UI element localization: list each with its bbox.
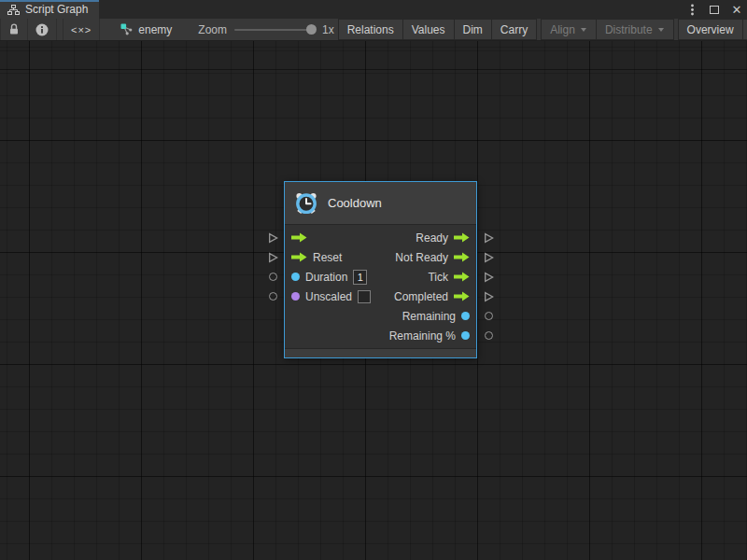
alarm-clock-icon xyxy=(294,191,318,216)
value-port-dot-icon[interactable] xyxy=(461,331,470,340)
left-outer-flow-port[interactable] xyxy=(267,251,278,263)
tab-script-graph[interactable]: Script Graph xyxy=(0,0,99,19)
values-button[interactable]: Values xyxy=(403,19,455,40)
breadcrumb[interactable]: enemy xyxy=(120,19,172,40)
flow-port-arrow-icon[interactable] xyxy=(454,252,470,262)
cooldown-node-wrap: Cooldown ReadyResetNot ReadyDurationTick… xyxy=(284,181,477,358)
dim-button[interactable]: Dim xyxy=(455,19,492,40)
flow-port-arrow-icon[interactable] xyxy=(291,252,307,262)
code-icon: <×> xyxy=(71,24,92,35)
toolbar-button-label: Overview xyxy=(687,23,734,36)
graph-toolbar: <×> enemy Zoom 1x RelationsValuesDimCarr… xyxy=(0,19,747,41)
window-controls: ✕ xyxy=(685,0,743,19)
port-label: Remaining % xyxy=(389,329,456,343)
code-preview-button[interactable]: <×> xyxy=(63,19,100,40)
info-button[interactable] xyxy=(28,19,57,40)
port-label: Unscaled xyxy=(305,290,352,303)
port-label: Duration xyxy=(305,271,347,284)
port-label: Tick xyxy=(428,271,448,284)
node-body: ReadyResetNot ReadyDurationTickUnscaledC… xyxy=(285,225,476,348)
zoom-slider-knob[interactable] xyxy=(306,24,317,35)
flow-port-arrow-icon[interactable] xyxy=(454,272,470,282)
port-label: Not Ready xyxy=(395,251,448,264)
value-port-dot-icon[interactable] xyxy=(461,312,470,320)
graph-hierarchy-icon xyxy=(7,5,20,15)
distribute-button: Distribute xyxy=(597,19,674,40)
node-port-row: Remaining xyxy=(291,306,470,326)
full-screen-button[interactable]: Full Screen xyxy=(743,19,747,40)
left-outer-flow-port[interactable] xyxy=(267,231,278,244)
chevron-down-icon xyxy=(580,27,587,33)
toolbar-toggle-buttons: RelationsValuesDimCarryAlignDistributeOv… xyxy=(334,19,747,40)
value-port-dot-icon[interactable] xyxy=(291,273,300,281)
toolbar-button-label: Values xyxy=(412,23,445,36)
chevron-down-icon xyxy=(657,27,665,33)
lock-button[interactable] xyxy=(0,19,28,40)
node-port-row: ResetNot Ready xyxy=(291,247,470,267)
maximize-icon[interactable] xyxy=(708,3,721,16)
zoom-label: Zoom xyxy=(198,23,227,36)
lock-icon xyxy=(8,23,20,35)
zoom-control: Zoom 1x xyxy=(198,19,333,40)
tab-bar: Script Graph ✕ xyxy=(0,0,747,19)
port-label: Ready xyxy=(416,231,448,245)
right-outer-flow-port[interactable] xyxy=(483,290,494,302)
relations-button[interactable]: Relations xyxy=(338,19,403,40)
node-port-row: DurationTick xyxy=(291,267,470,287)
close-icon[interactable]: ✕ xyxy=(730,3,743,16)
align-button: Align xyxy=(541,19,597,40)
info-icon xyxy=(35,23,49,36)
node-footer xyxy=(285,348,476,357)
toolbar-button-label: Relations xyxy=(347,23,394,36)
value-port-dot-icon[interactable] xyxy=(291,292,300,301)
flow-port-arrow-icon[interactable] xyxy=(291,232,307,243)
flow-port-arrow-icon[interactable] xyxy=(454,232,470,243)
breadcrumb-label: enemy xyxy=(138,23,172,36)
toolbar-button-label: Align xyxy=(550,23,575,36)
right-outer-value-port[interactable] xyxy=(483,329,494,342)
left-outer-value-port[interactable] xyxy=(267,271,278,283)
node-port-row: UnscaledCompleted xyxy=(291,287,470,306)
node-header[interactable]: Cooldown xyxy=(285,182,476,225)
port-label: Completed xyxy=(394,290,448,303)
toolbar-button-group: AlignDistribute xyxy=(541,19,673,40)
zoom-slider[interactable] xyxy=(234,29,315,31)
node-port-row: Remaining % xyxy=(291,326,470,345)
toolbar-button-label: Dim xyxy=(463,23,483,36)
right-outer-flow-port[interactable] xyxy=(483,271,494,283)
flow-port-arrow-icon[interactable] xyxy=(454,291,470,301)
duration-value-input[interactable] xyxy=(353,270,367,285)
menu-icon[interactable] xyxy=(685,3,698,16)
unscaled-checkbox[interactable] xyxy=(358,290,371,303)
tab-label: Script Graph xyxy=(25,3,88,16)
right-outer-flow-port[interactable] xyxy=(483,231,494,244)
script-graph-window: Script Graph ✕ xyxy=(0,0,747,560)
toolbar-button-group: RelationsValuesDimCarry xyxy=(338,19,538,40)
active-tab-accent xyxy=(0,0,99,2)
zoom-value: 1x xyxy=(322,23,334,36)
toolbar-button-label: Carry xyxy=(500,23,528,36)
node-title: Cooldown xyxy=(328,196,382,210)
left-outer-value-port[interactable] xyxy=(267,290,278,302)
cooldown-node[interactable]: Cooldown ReadyResetNot ReadyDurationTick… xyxy=(284,181,477,358)
graph-canvas[interactable]: Cooldown ReadyResetNot ReadyDurationTick… xyxy=(0,41,747,560)
carry-button[interactable]: Carry xyxy=(492,19,537,40)
overview-button[interactable]: Overview xyxy=(678,19,743,40)
port-label: Reset xyxy=(313,251,342,264)
port-label: Remaining xyxy=(402,310,456,323)
right-outer-flow-port[interactable] xyxy=(483,251,494,263)
node-port-row: Ready xyxy=(291,228,470,247)
toolbar-button-label: Distribute xyxy=(605,23,653,36)
graph-node-icon xyxy=(120,23,133,35)
right-outer-value-port[interactable] xyxy=(483,310,494,322)
toolbar-button-group: OverviewFull Screen xyxy=(678,19,747,40)
